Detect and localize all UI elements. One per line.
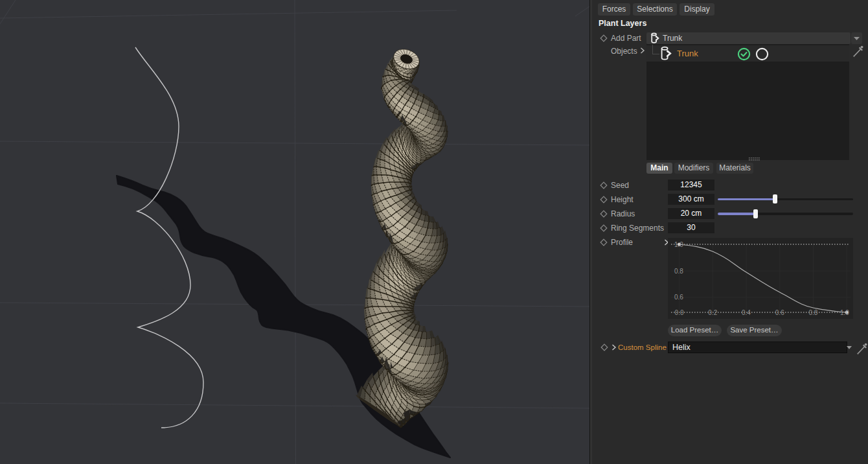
- svg-text:0.6: 0.6: [775, 309, 784, 316]
- svg-text:0.2: 0.2: [708, 309, 717, 316]
- svg-text:0.8: 0.8: [674, 268, 683, 275]
- svg-text:0.0: 0.0: [675, 309, 684, 316]
- svg-text:0.8: 0.8: [809, 309, 818, 316]
- svg-text:1.0: 1.0: [840, 309, 849, 316]
- svg-text:1.0: 1.0: [674, 241, 683, 248]
- svg-text:0.6: 0.6: [674, 294, 683, 301]
- svg-text:0.4: 0.4: [742, 309, 751, 316]
